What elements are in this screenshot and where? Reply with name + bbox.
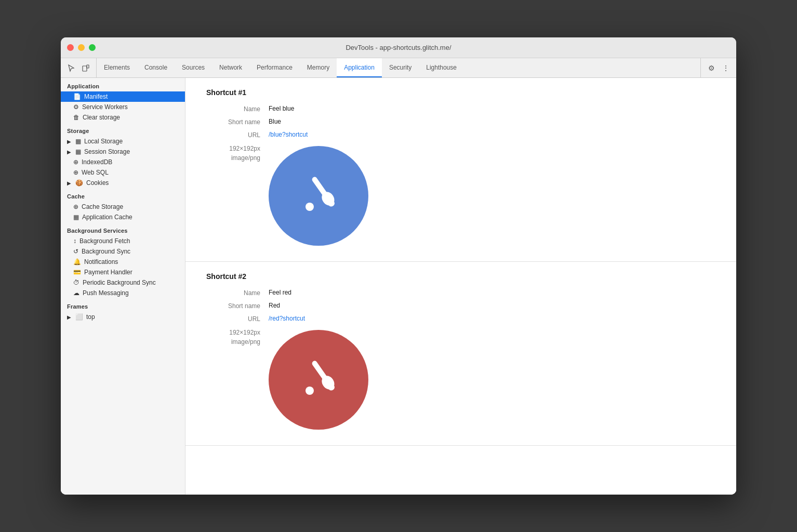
expand-arrow-icon: ▶ <box>67 180 71 186</box>
cursor-icon-button[interactable] <box>65 62 77 74</box>
sidebar-item-cookies[interactable]: ▶ 🍪 Cookies <box>61 178 185 188</box>
traffic-lights <box>67 44 96 51</box>
cache-section-title: Cache <box>61 188 185 202</box>
shortcut-1-name-row: Name Feel blue <box>206 105 715 113</box>
shortcut-2-image-container <box>269 330 368 430</box>
bg-services-section-title: Background Services <box>61 222 185 236</box>
shortcut-2-shortname-value: Red <box>269 302 280 309</box>
shortcut-1-image-size: 192×192px <box>206 144 260 153</box>
shortcut-2-image-row: 192×192px image/png <box>206 328 715 430</box>
tab-lighthouse[interactable]: Lighthouse <box>419 58 464 77</box>
shortcut-2-image-info: 192×192px image/png <box>206 328 269 347</box>
bg-sync-icon: ↺ <box>73 248 78 255</box>
tab-console[interactable]: Console <box>137 58 175 77</box>
sidebar-item-web-sql[interactable]: ⊕ Web SQL <box>61 167 185 178</box>
tab-bar: Elements Console Sources Network Perform… <box>61 58 736 78</box>
svg-rect-0 <box>83 66 87 71</box>
frame-icon: ⬜ <box>75 313 83 321</box>
notifications-icon: 🔔 <box>73 258 81 265</box>
sidebar-item-bg-sync[interactable]: ↺ Background Sync <box>61 246 185 257</box>
shortcut-2-image-type: image/png <box>206 337 260 347</box>
sidebar-item-clear-storage[interactable]: 🗑 Clear storage <box>61 112 185 123</box>
tab-performance[interactable]: Performance <box>249 58 300 77</box>
application-cache-icon: ▦ <box>73 214 79 221</box>
shortcut-1-name-value: Feel blue <box>269 105 294 112</box>
sidebar-item-notifications[interactable]: 🔔 Notifications <box>61 257 185 267</box>
shortcut-2-image-preview <box>269 330 368 430</box>
more-button[interactable]: ⋮ <box>720 62 732 74</box>
maximize-button[interactable] <box>89 44 96 51</box>
tab-memory[interactable]: Memory <box>300 58 337 77</box>
shortcut-1-title: Shortcut #1 <box>206 88 715 97</box>
sidebar-item-payment-handler[interactable]: 💳 Payment Handler <box>61 267 185 277</box>
sidebar-item-manifest[interactable]: 📄 Manifest <box>61 91 185 102</box>
push-messaging-icon: ☁ <box>73 289 79 297</box>
session-storage-icon: ▦ <box>75 148 81 155</box>
local-storage-icon: ▦ <box>75 138 81 145</box>
cookies-icon: 🍪 <box>75 179 83 187</box>
sidebar-item-periodic-bg-sync[interactable]: ⏱ Periodic Background Sync <box>61 277 185 288</box>
shortcut-2-section: Shortcut #2 Name Feel red Short name Red… <box>185 262 736 446</box>
tab-bar-right-controls: ⚙ ⋮ <box>700 58 736 77</box>
sidebar: Application 📄 Manifest ⚙ Service Workers… <box>61 78 185 495</box>
minimize-button[interactable] <box>78 44 85 51</box>
manifest-icon: 📄 <box>73 93 81 100</box>
shortcut-2-url-row: URL /red?shortcut <box>206 315 715 323</box>
tab-application[interactable]: Application <box>337 58 382 77</box>
sidebar-item-top[interactable]: ▶ ⬜ top <box>61 312 185 322</box>
settings-button[interactable]: ⚙ <box>705 62 718 74</box>
periodic-bg-sync-icon: ⏱ <box>73 279 79 286</box>
shortcut-1-image-preview <box>269 146 368 246</box>
clear-storage-icon: 🗑 <box>73 114 79 121</box>
application-section-title: Application <box>61 78 185 91</box>
expand-arrow-icon: ▶ <box>67 139 71 144</box>
tab-security[interactable]: Security <box>382 58 419 77</box>
device-toggle-button[interactable] <box>79 62 92 74</box>
window-title: DevTools - app-shortcuts.glitch.me/ <box>346 44 451 51</box>
svg-point-5 <box>305 203 314 211</box>
frames-section-title: Frames <box>61 298 185 312</box>
shortcut-1-url-value[interactable]: /blue?shortcut <box>269 131 308 138</box>
sidebar-item-bg-fetch[interactable]: ↕ Background Fetch <box>61 236 185 246</box>
tab-sources[interactable]: Sources <box>175 58 212 77</box>
shortcut-2-name-value: Feel red <box>269 289 291 296</box>
service-workers-icon: ⚙ <box>73 103 79 111</box>
shortcut-2-url-value[interactable]: /red?shortcut <box>269 315 305 322</box>
close-button[interactable] <box>67 44 74 51</box>
web-sql-icon: ⊕ <box>73 169 78 176</box>
title-bar: DevTools - app-shortcuts.glitch.me/ <box>61 37 736 58</box>
sidebar-item-cache-storage[interactable]: ⊕ Cache Storage <box>61 202 185 212</box>
shortcut-1-image-type: image/png <box>206 153 260 163</box>
shortcut-2-name-label: Name <box>206 289 269 297</box>
sidebar-item-application-cache[interactable]: ▦ Application Cache <box>61 212 185 222</box>
shortcut-2-name-row: Name Feel red <box>206 289 715 297</box>
shortcut-2-title: Shortcut #2 <box>206 272 715 281</box>
svg-point-9 <box>305 387 314 395</box>
bg-fetch-icon: ↕ <box>73 237 76 245</box>
sidebar-item-service-workers[interactable]: ⚙ Service Workers <box>61 102 185 112</box>
shortcut-2-url-label: URL <box>206 315 269 323</box>
shortcut-1-section: Shortcut #1 Name Feel blue Short name Bl… <box>185 78 736 262</box>
storage-section-title: Storage <box>61 123 185 136</box>
shortcut-1-url-row: URL /blue?shortcut <box>206 131 715 139</box>
sidebar-item-local-storage[interactable]: ▶ ▦ Local Storage <box>61 136 185 147</box>
shortcut-2-image-size: 192×192px <box>206 328 260 337</box>
sidebar-item-indexeddb[interactable]: ⊕ IndexedDB <box>61 157 185 167</box>
shortcut-1-shortname-row: Short name Blue <box>206 118 715 126</box>
content-panel: Shortcut #1 Name Feel blue Short name Bl… <box>185 78 736 495</box>
content-inner: Shortcut #1 Name Feel blue Short name Bl… <box>185 78 736 446</box>
shortcut-1-url-label: URL <box>206 131 269 139</box>
shortcut-1-image-info: 192×192px image/png <box>206 144 269 163</box>
shortcut-1-shortname-label: Short name <box>206 118 269 126</box>
tab-bar-left-controls <box>61 58 97 77</box>
shortcut-1-name-label: Name <box>206 105 269 113</box>
sidebar-item-push-messaging[interactable]: ☁ Push Messaging <box>61 288 185 298</box>
main-content: Application 📄 Manifest ⚙ Service Workers… <box>61 78 736 495</box>
shortcut-2-shortname-row: Short name Red <box>206 302 715 310</box>
tab-elements[interactable]: Elements <box>97 58 137 77</box>
shortcut-1-image-container <box>269 146 368 246</box>
expand-arrow-icon: ▶ <box>67 149 71 155</box>
shortcut-1-image-row: 192×192px image/png <box>206 144 715 246</box>
sidebar-item-session-storage[interactable]: ▶ ▦ Session Storage <box>61 147 185 157</box>
tab-network[interactable]: Network <box>212 58 249 77</box>
